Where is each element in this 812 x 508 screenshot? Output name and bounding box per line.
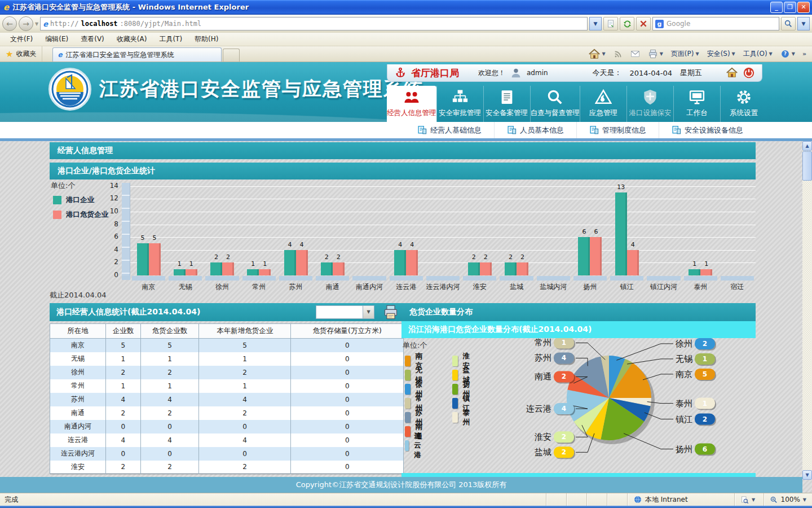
restore-button[interactable]: ❐ (784, 2, 796, 13)
url-field[interactable]: e http://localhost:8080/yjpt/Main.html (40, 17, 588, 30)
feeds-button[interactable] (611, 49, 625, 60)
bar: 1 (689, 269, 700, 275)
bar-group[interactable] (425, 179, 461, 275)
bar-group[interactable]: 11 (682, 179, 719, 275)
vertical-scrollbar[interactable]: ▲ ▼ (802, 141, 812, 480)
safety-menu-button[interactable]: 安全(S)▼ (704, 48, 738, 60)
table-row[interactable]: 南京5550 (50, 339, 404, 352)
bar-group[interactable]: 22 (204, 179, 240, 275)
menu-item-0[interactable]: 文件(F) (5, 33, 38, 46)
logout-button[interactable] (743, 67, 755, 79)
zoom-control[interactable]: 100% ▼ (764, 493, 812, 506)
url-dropdown-button[interactable]: ▼ (589, 17, 602, 30)
bar-panel-header: 港口企业/港口危货企业统计 (50, 163, 756, 179)
menu-item-4[interactable]: 工具(T) (153, 33, 188, 46)
tab-safety-record[interactable]: 安全备案管理 (483, 86, 530, 122)
table-row[interactable]: 南通内河0000 (50, 420, 404, 433)
menu-item-2[interactable]: 查看(V) (75, 33, 110, 46)
favorites-button[interactable]: ★ 收藏夹 (0, 46, 42, 62)
minimize-button[interactable]: _ (770, 2, 783, 13)
menu-item-1[interactable]: 编辑(E) (39, 33, 74, 46)
print-dropdown-icon[interactable]: ▼ (660, 51, 663, 56)
table-row[interactable]: 徐州2220 (50, 366, 404, 379)
refresh-button[interactable] (620, 17, 634, 30)
bar-category-label: 无锡 (167, 282, 204, 292)
menu-item-5[interactable]: 帮助(H) (189, 33, 224, 46)
tab-emergency[interactable]: 应急管理 (580, 86, 626, 122)
tab-operator-info[interactable]: 经营人信息管理 (387, 86, 436, 122)
compatibility-view-button[interactable] (603, 17, 618, 30)
bar: 2 (210, 262, 222, 275)
tab-port-security[interactable]: 港口设施保安 (626, 86, 673, 122)
scroll-up-button[interactable]: ▲ (802, 141, 812, 151)
home-dropdown-icon[interactable]: ▼ (602, 51, 606, 56)
region-filter-select[interactable]: ▼ (316, 305, 374, 319)
table-row[interactable]: 南通2220 (50, 406, 404, 420)
subnav-item-operator-basic[interactable]: 经营人基础信息 (405, 122, 494, 138)
subnav-item-mgmt-system[interactable]: 管理制度信息 (576, 122, 659, 138)
home-icon (588, 48, 601, 60)
print-button[interactable]: ▼ (645, 48, 666, 60)
bar-group[interactable]: 11 (241, 179, 277, 275)
portal-home-button[interactable] (726, 67, 738, 79)
bar-category-label: 淮安 (461, 282, 498, 292)
table-row[interactable]: 连云港4440 (50, 433, 404, 447)
select-dropdown-icon[interactable]: ▼ (363, 306, 374, 318)
tab-self-inspection[interactable]: 自查与督查管理 (530, 86, 580, 122)
page-menu-button[interactable]: 页面(P)▼ (668, 48, 702, 60)
home-button[interactable]: ▼ (585, 47, 608, 62)
bar-group[interactable]: 22 (314, 179, 351, 275)
bar-group[interactable] (645, 179, 682, 275)
tab-system-settings[interactable]: 系统设置 (720, 86, 767, 122)
history-dropdown-icon[interactable]: ▼ (35, 21, 38, 27)
bar-group[interactable]: 11 (167, 179, 204, 275)
table-row[interactable]: 无锡1110 (50, 352, 404, 366)
bar-group[interactable]: 22 (461, 179, 498, 275)
table-row[interactable]: 淮安2220 (50, 461, 404, 474)
read-mail-button[interactable] (628, 49, 643, 59)
menu-item-3[interactable]: 收藏夹(A) (111, 33, 153, 46)
close-button[interactable]: ✕ (797, 2, 810, 13)
table-row[interactable]: 苏州4440 (50, 393, 404, 406)
scrollbar-thumb[interactable] (802, 151, 812, 181)
more-commands-icon[interactable]: » (800, 50, 809, 58)
search-input[interactable] (667, 20, 776, 28)
table-cell: 连云港 (50, 433, 106, 447)
browser-tab[interactable]: e 江苏省港口安全监管与应急管理系统 (52, 47, 222, 62)
table-row[interactable]: 连云港内河0000 (50, 447, 404, 461)
bar-platform (132, 276, 165, 281)
bar-group[interactable] (351, 179, 387, 275)
subnav-item-personnel-basic[interactable]: 人员基本信息 (494, 122, 576, 138)
table-row[interactable]: 常州1110 (50, 379, 404, 393)
bar-group[interactable] (719, 179, 756, 275)
bar-group[interactable]: 66 (572, 179, 608, 275)
protected-mode-button[interactable]: ▼ (734, 493, 764, 506)
pie-legend-swatch (405, 370, 411, 380)
tab-workbench[interactable]: 工作台 (673, 86, 720, 122)
bar: 5 (137, 243, 149, 275)
bar-group[interactable]: 134 (608, 179, 645, 275)
help-dropdown-icon[interactable]: ▼ (792, 51, 795, 56)
forward-button[interactable]: → (19, 16, 33, 31)
help-button[interactable]: ? ▼ (778, 48, 798, 60)
tools-menu-button[interactable]: 工具(O)▼ (740, 48, 775, 60)
stop-button[interactable] (636, 17, 651, 30)
tab-label: 港口设施保安 (629, 108, 672, 118)
bar-group[interactable] (535, 179, 572, 275)
subnav-item-safety-equipment[interactable]: 安全设施设备信息 (659, 122, 756, 138)
table-cell: 5 (141, 339, 199, 352)
scroll-down-button[interactable]: ▼ (802, 470, 812, 480)
stop-icon (639, 19, 648, 28)
print-table-button[interactable] (382, 304, 399, 320)
table-cell: 2 (198, 406, 291, 420)
bar-group[interactable]: 55 (130, 179, 167, 275)
bar-group[interactable]: 22 (498, 179, 535, 275)
tab-safety-approval[interactable]: 安全审批管理 (436, 86, 483, 122)
bar-group[interactable]: 44 (277, 179, 314, 275)
search-button[interactable] (781, 17, 796, 30)
bar-group[interactable]: 44 (388, 179, 425, 275)
pie-label-pill (554, 338, 574, 348)
search-dropdown-button[interactable]: ▼ (797, 17, 810, 30)
new-tab-button[interactable] (223, 49, 240, 62)
back-button[interactable]: ← (2, 16, 17, 31)
